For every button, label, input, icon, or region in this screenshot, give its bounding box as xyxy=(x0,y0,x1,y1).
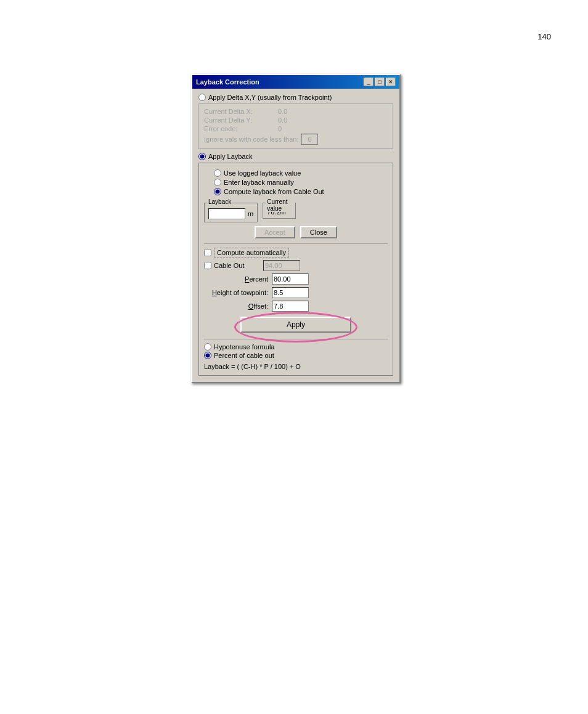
layback-legend: Layback xyxy=(207,198,232,205)
cable-out-row: Cable Out xyxy=(204,260,388,271)
current-delta-y-value: 0.0 xyxy=(278,116,287,124)
apply-button[interactable]: Apply xyxy=(240,317,351,333)
layback-section: Use logged layback value Enter layback m… xyxy=(198,163,393,376)
minimize-button[interactable]: _ xyxy=(364,78,374,86)
layback-fieldset: Layback m xyxy=(204,203,258,222)
offset-label: Offset: xyxy=(204,302,272,310)
offset-row: Offset: xyxy=(204,301,388,312)
cable-out-checkbox[interactable] xyxy=(204,262,211,269)
layback-correction-dialog: Layback Correction _ □ ✕ Apply Delta X,Y… xyxy=(191,74,401,383)
error-code-row: Error code: 0 xyxy=(204,125,388,132)
percent-label: Percent xyxy=(204,275,272,283)
compute-auto-checkbox[interactable] xyxy=(204,249,211,256)
separator-2 xyxy=(204,339,388,339)
current-delta-x-value: 0.0 xyxy=(278,108,287,115)
percent-row: Percent xyxy=(204,274,388,285)
delta-section: Current Delta X: 0.0 Current Delta Y: 0.… xyxy=(198,103,393,149)
separator-1 xyxy=(204,243,388,244)
apply-layback-row: Apply Layback xyxy=(198,153,393,160)
cable-out-label: Cable Out xyxy=(214,262,263,269)
current-delta-y-label: Current Delta Y: xyxy=(204,116,278,124)
current-delta-y-row: Current Delta Y: 0.0 xyxy=(204,116,388,124)
height-input[interactable] xyxy=(272,287,309,298)
formula-text: Layback = ( (C-H) * P / 100) + O xyxy=(204,363,388,370)
layback-value-row: Layback m Current value 76.2m xyxy=(204,199,388,222)
apply-delta-radio[interactable] xyxy=(198,94,206,101)
enter-manually-label: Enter layback manually xyxy=(224,179,294,186)
compute-auto-label-box: Compute automatically xyxy=(214,248,289,258)
offset-input[interactable] xyxy=(272,301,309,312)
dialog-content: Apply Delta X,Y (usually from Trackpoint… xyxy=(192,89,399,382)
cable-out-input[interactable] xyxy=(263,260,300,271)
use-logged-label: Use logged layback value xyxy=(224,169,301,177)
title-bar-buttons: _ □ ✕ xyxy=(364,78,396,86)
close-button-inner[interactable]: Close xyxy=(300,226,337,238)
current-delta-x-row: Current Delta X: 0.0 xyxy=(204,108,388,115)
ignore-row: Ignore vals with code less than: xyxy=(204,134,388,145)
enter-manually-row: Enter layback manually xyxy=(214,179,388,186)
accept-close-row: Accept Close xyxy=(204,226,388,238)
ignore-label: Ignore vals with code less than: xyxy=(204,136,298,143)
compute-cable-label: Compute layback from Cable Out xyxy=(224,188,324,195)
title-bar: Layback Correction _ □ ✕ xyxy=(192,75,399,89)
error-code-label: Error code: xyxy=(204,125,278,132)
apply-delta-row: Apply Delta X,Y (usually from Trackpoint… xyxy=(198,94,393,101)
sub-radio-group: Use logged layback value Enter layback m… xyxy=(214,169,388,195)
current-delta-x-label: Current Delta X: xyxy=(204,108,278,115)
enter-manually-radio[interactable] xyxy=(214,179,221,186)
compute-cable-row: Compute layback from Cable Out xyxy=(214,188,388,195)
close-button[interactable]: ✕ xyxy=(386,78,396,86)
current-value-legend: Current value xyxy=(266,198,295,212)
error-code-value: 0 xyxy=(278,125,282,132)
accept-button[interactable]: Accept xyxy=(255,226,295,238)
percent-cable-radio[interactable] xyxy=(204,352,211,359)
percent-input[interactable] xyxy=(272,274,309,285)
page-number: 140 xyxy=(537,32,551,41)
hypotenuse-label: Hypotenuse formula xyxy=(214,343,274,351)
apply-btn-wrapper: Apply xyxy=(204,317,388,333)
dialog-title: Layback Correction xyxy=(196,78,259,86)
formula-section: Hypotenuse formula Percent of cable out … xyxy=(204,343,388,370)
layback-unit: m xyxy=(248,210,253,217)
use-logged-row: Use logged layback value xyxy=(214,169,388,177)
maximize-button[interactable]: □ xyxy=(375,78,385,86)
layback-input[interactable] xyxy=(208,208,245,219)
height-label: Height of towpoint: xyxy=(204,289,272,296)
compute-auto-label: Compute automatically xyxy=(217,249,286,256)
apply-layback-radio[interactable] xyxy=(198,153,206,160)
use-logged-radio[interactable] xyxy=(214,169,221,177)
apply-delta-label: Apply Delta X,Y (usually from Trackpoint… xyxy=(208,94,332,101)
hypotenuse-radio[interactable] xyxy=(204,343,211,351)
compute-cable-radio[interactable] xyxy=(214,188,221,195)
height-row: Height of towpoint: xyxy=(204,287,388,298)
ignore-input[interactable] xyxy=(301,134,318,145)
apply-layback-label: Apply Layback xyxy=(208,153,253,160)
percent-cable-row: Percent of cable out xyxy=(204,352,388,359)
hypotenuse-row: Hypotenuse formula xyxy=(204,343,388,351)
compute-auto-row: Compute automatically xyxy=(204,248,388,258)
percent-cable-label: Percent of cable out xyxy=(214,352,274,359)
current-value-fieldset: Current value 76.2m xyxy=(263,203,296,219)
